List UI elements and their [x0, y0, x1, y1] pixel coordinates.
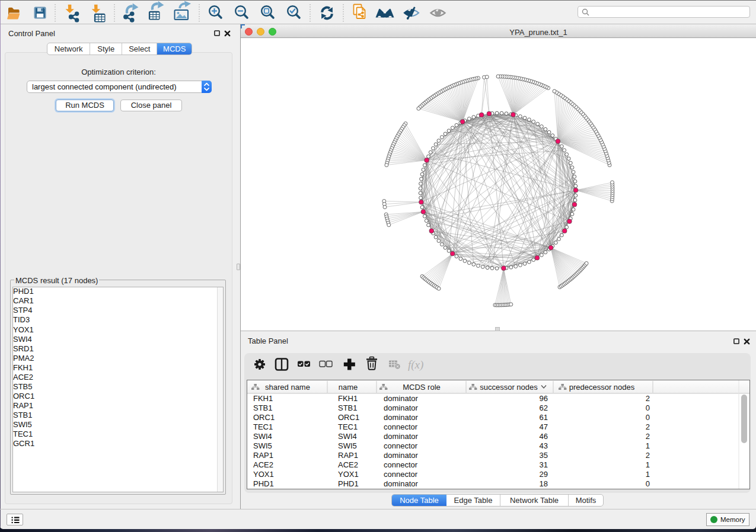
svg-text:61: 61 [540, 413, 548, 422]
svg-text:2: 2 [646, 451, 650, 460]
svg-text:connector: connector [384, 422, 418, 431]
svg-text:SWI5: SWI5 [253, 441, 272, 450]
svg-text:46: 46 [540, 432, 548, 441]
svg-text:ACE2: ACE2 [253, 460, 273, 469]
svg-text:dominator: dominator [384, 451, 418, 460]
svg-text:47: 47 [540, 422, 548, 431]
svg-text:FKH1: FKH1 [338, 394, 358, 403]
svg-text:62: 62 [540, 403, 548, 412]
svg-text:dominator: dominator [384, 413, 418, 422]
svg-text:dominator: dominator [384, 479, 418, 488]
svg-text:connector: connector [384, 470, 418, 479]
svg-text:2: 2 [646, 394, 650, 403]
svg-text:1: 1 [646, 470, 650, 479]
svg-text:43: 43 [540, 441, 548, 450]
svg-text:STB1: STB1 [253, 403, 273, 412]
svg-text:predecessor nodes: predecessor nodes [569, 383, 635, 392]
svg-text:2: 2 [646, 432, 650, 441]
svg-text:SWI4: SWI4 [338, 432, 357, 441]
svg-text:TEC1: TEC1 [253, 422, 273, 431]
svg-text:0: 0 [646, 413, 650, 422]
svg-text:0: 0 [646, 403, 650, 412]
svg-text:RAP1: RAP1 [338, 451, 358, 460]
svg-text:YOX1: YOX1 [253, 470, 274, 479]
svg-text:18: 18 [540, 479, 548, 488]
svg-text:1: 1 [646, 441, 650, 450]
svg-text:name: name [339, 383, 358, 392]
svg-text:connector: connector [384, 441, 418, 450]
svg-text:SWI5: SWI5 [338, 441, 357, 450]
svg-text:successor nodes: successor nodes [480, 383, 538, 392]
svg-text:RAP1: RAP1 [253, 451, 273, 460]
svg-text:ORC1: ORC1 [253, 413, 275, 422]
svg-text:1: 1 [646, 460, 650, 469]
svg-text:29: 29 [540, 470, 548, 479]
svg-text:dominator: dominator [384, 394, 418, 403]
svg-text:dominator: dominator [384, 403, 418, 412]
svg-text:STB1: STB1 [338, 403, 358, 412]
svg-text:TEC1: TEC1 [338, 422, 358, 431]
svg-text:35: 35 [540, 451, 548, 460]
svg-text:0: 0 [646, 479, 650, 488]
svg-text:PHD1: PHD1 [253, 479, 274, 488]
svg-text:dominator: dominator [384, 432, 418, 441]
svg-text:96: 96 [540, 394, 548, 403]
svg-text:ORC1: ORC1 [338, 413, 359, 422]
svg-text:SWI4: SWI4 [253, 432, 272, 441]
svg-text:connector: connector [384, 460, 418, 469]
svg-text:2: 2 [646, 422, 650, 431]
svg-text:31: 31 [540, 460, 548, 469]
svg-text:shared name: shared name [265, 383, 310, 392]
svg-text:ACE2: ACE2 [338, 460, 358, 469]
svg-text:FKH1: FKH1 [253, 394, 273, 403]
svg-text:PHD1: PHD1 [338, 479, 359, 488]
svg-text:MCDS role: MCDS role [403, 383, 441, 392]
svg-text:YOX1: YOX1 [338, 470, 359, 479]
